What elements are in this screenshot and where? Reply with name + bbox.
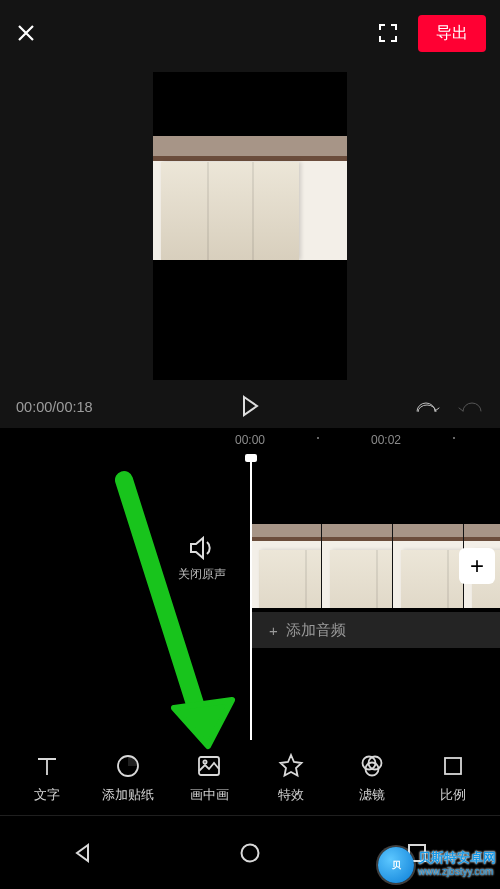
sticker-icon bbox=[115, 753, 141, 779]
mute-label: 关闭原声 bbox=[166, 566, 238, 583]
nav-home-button[interactable] bbox=[236, 839, 264, 867]
nav-recent-button[interactable] bbox=[403, 839, 431, 867]
undo-redo-group bbox=[414, 396, 484, 419]
add-audio-button[interactable]: + 添加音频 bbox=[251, 612, 500, 648]
top-bar: 导出 bbox=[0, 0, 500, 66]
tool-ratio[interactable]: 比例 bbox=[413, 753, 494, 804]
mute-original-button[interactable]: 关闭原声 bbox=[166, 536, 238, 583]
undo-button[interactable] bbox=[414, 396, 440, 419]
ruler-tick-1: 00:02 bbox=[371, 433, 401, 447]
time-display: 00:00/00:18 bbox=[16, 399, 93, 415]
preview-area bbox=[0, 66, 500, 386]
close-button[interactable] bbox=[14, 21, 38, 45]
top-bar-right: 导出 bbox=[376, 15, 486, 52]
fullscreen-button[interactable] bbox=[376, 21, 400, 45]
close-icon bbox=[15, 22, 37, 44]
system-nav-bar bbox=[0, 815, 500, 889]
tool-pip[interactable]: 画中画 bbox=[169, 753, 250, 804]
preview-frame-image bbox=[153, 136, 347, 260]
filter-icon bbox=[359, 753, 385, 779]
play-button[interactable] bbox=[240, 395, 260, 420]
tool-label: 特效 bbox=[278, 786, 304, 804]
top-bar-left bbox=[14, 21, 38, 45]
bottom-toolbar: 文字 添加贴纸 画中画 特效 滤镜 比例 bbox=[0, 740, 500, 816]
timeline-ruler[interactable]: 00:00 00:02 bbox=[0, 428, 500, 454]
svg-point-7 bbox=[241, 844, 258, 861]
tool-filter[interactable]: 滤镜 bbox=[331, 753, 412, 804]
clip-thumbnail bbox=[393, 524, 464, 608]
tool-label: 添加贴纸 bbox=[102, 786, 154, 804]
ruler-tick-0: 00:00 bbox=[235, 433, 265, 447]
square-recent-icon bbox=[406, 842, 428, 864]
playhead[interactable] bbox=[250, 458, 252, 740]
undo-icon bbox=[414, 396, 440, 416]
svg-rect-6 bbox=[445, 758, 461, 774]
nav-back-button[interactable] bbox=[69, 839, 97, 867]
effect-icon bbox=[278, 753, 304, 779]
clip-thumbnail bbox=[322, 524, 393, 608]
plus-icon: + bbox=[269, 622, 278, 639]
redo-button[interactable] bbox=[458, 396, 484, 419]
triangle-back-icon bbox=[72, 842, 94, 864]
tool-sticker[interactable]: 添加贴纸 bbox=[87, 753, 168, 804]
tool-label: 文字 bbox=[34, 786, 60, 804]
clip-thumbnail bbox=[251, 524, 322, 608]
ruler-dot bbox=[317, 437, 319, 439]
play-icon bbox=[240, 395, 260, 417]
add-clip-button[interactable]: + bbox=[459, 548, 495, 584]
ruler-dot bbox=[453, 437, 455, 439]
add-audio-label: 添加音频 bbox=[286, 621, 346, 640]
circle-home-icon bbox=[239, 842, 261, 864]
tool-label: 滤镜 bbox=[359, 786, 385, 804]
tool-label: 比例 bbox=[440, 786, 466, 804]
fullscreen-icon bbox=[377, 22, 399, 44]
tool-effect[interactable]: 特效 bbox=[250, 753, 331, 804]
transport-bar: 00:00/00:18 bbox=[0, 386, 500, 428]
pip-icon bbox=[196, 753, 222, 779]
tool-text[interactable]: 文字 bbox=[6, 753, 87, 804]
export-button[interactable]: 导出 bbox=[418, 15, 486, 52]
ratio-icon bbox=[440, 753, 466, 779]
svg-rect-8 bbox=[409, 845, 425, 861]
tool-label: 画中画 bbox=[190, 786, 229, 804]
video-preview[interactable] bbox=[153, 72, 347, 380]
redo-icon bbox=[458, 396, 484, 416]
text-icon bbox=[34, 753, 60, 779]
svg-point-2 bbox=[204, 760, 207, 763]
speaker-icon bbox=[189, 536, 215, 560]
